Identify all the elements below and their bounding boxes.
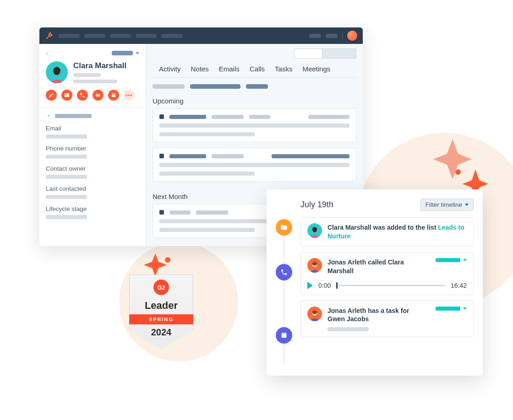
contact-name: Clara Marshall	[73, 61, 126, 70]
chevron-down-icon	[46, 113, 51, 118]
user-avatar[interactable]	[347, 31, 357, 41]
filter-pill[interactable]	[153, 84, 185, 89]
crm-topbar	[39, 27, 363, 44]
contact-avatar[interactable]	[46, 61, 68, 83]
section-upcoming: Upcoming	[146, 92, 363, 108]
field-value	[46, 195, 87, 199]
filter-pill[interactable]	[246, 84, 268, 89]
audio-end-time: 16:42	[451, 282, 467, 289]
chevron-down-icon[interactable]	[136, 52, 139, 54]
placeholder-line	[169, 154, 206, 158]
filter-pill[interactable]	[190, 84, 240, 89]
placeholder-line	[73, 73, 101, 77]
play-button[interactable]	[307, 282, 313, 289]
field-value	[46, 135, 87, 139]
tab-notes[interactable]: Notes	[191, 65, 209, 73]
calendar-icon	[276, 327, 292, 344]
placeholder-line	[159, 163, 349, 167]
avatar	[307, 307, 322, 321]
filter-timeline-button[interactable]: Filter timeline	[420, 199, 474, 211]
contact-sidebar: ‹ Clara Marshall	[39, 44, 146, 246]
chevron-down-icon	[465, 204, 469, 206]
g2-badge: G2 Leader SPRING 2024	[129, 275, 193, 350]
filter-timeline-label: Filter timeline	[426, 201, 462, 208]
task-tag[interactable]	[436, 307, 460, 311]
calendar-icon[interactable]	[108, 90, 119, 101]
call-tag[interactable]	[436, 258, 460, 262]
badge-year: 2024	[151, 327, 172, 338]
field-label-email: Email	[46, 125, 139, 132]
placeholder-line	[327, 327, 369, 331]
payment-icon[interactable]	[93, 90, 104, 101]
placeholder-line	[159, 132, 255, 136]
badge-title: Leader	[145, 300, 178, 312]
placeholder-line	[169, 115, 206, 119]
tab-activity[interactable]: Activity	[159, 65, 181, 73]
edit-icon[interactable]	[46, 90, 57, 101]
field-value	[46, 155, 87, 159]
timeline-item-task[interactable]: Jonas Arleth has a task for Gwen Jacobs	[300, 301, 474, 338]
email-icon[interactable]	[61, 90, 72, 101]
field-value	[46, 215, 87, 219]
view-toggle-a[interactable]	[294, 48, 322, 59]
phone-icon[interactable]	[77, 90, 88, 101]
placeholder-line	[308, 115, 349, 119]
nav-placeholder[interactable]	[84, 34, 105, 38]
svg-rect-9	[96, 95, 100, 96]
audio-start-time: 0:00	[318, 282, 331, 289]
card-icon	[159, 210, 164, 215]
placeholder-line	[212, 154, 244, 158]
badge-season: SPRING	[125, 314, 198, 324]
field-label-last-contacted: Last contacted	[46, 185, 139, 192]
nav-placeholder[interactable]	[59, 34, 80, 38]
back-chevron-icon[interactable]: ‹	[46, 49, 48, 57]
nav-placeholder[interactable]	[161, 34, 182, 38]
activity-card[interactable]	[153, 148, 356, 182]
tab-emails[interactable]: Emails	[219, 65, 240, 73]
chevron-down-icon[interactable]	[463, 259, 467, 261]
folder-icon	[276, 219, 292, 236]
timeline-panel: July 19th Filter timeline Clara Marshall…	[267, 189, 483, 376]
placeholder-line	[249, 115, 270, 119]
nav-placeholder[interactable]	[309, 34, 321, 38]
record-tabs: Activity Notes Emails Calls Tasks Meetin…	[153, 59, 356, 78]
nav-placeholder[interactable]	[136, 34, 157, 38]
more-icon[interactable]: •••	[124, 90, 135, 101]
audio-track[interactable]	[336, 283, 445, 288]
nav-placeholder[interactable]	[326, 34, 338, 38]
chevron-down-icon[interactable]	[463, 307, 467, 310]
tab-meetings[interactable]: Meetings	[302, 65, 330, 73]
svg-rect-12	[113, 93, 113, 94]
field-value	[46, 175, 87, 179]
svg-rect-14	[282, 333, 287, 338]
svg-point-1	[49, 34, 51, 36]
placeholder-line	[169, 210, 191, 215]
card-icon	[159, 114, 164, 119]
placeholder-line	[159, 172, 255, 176]
timeline-item-call[interactable]: Jonas Arleth called Clara Marshall 0:00 …	[300, 252, 474, 295]
svg-rect-11	[112, 94, 115, 95]
nav-placeholder[interactable]	[110, 34, 131, 38]
view-toggle-b[interactable]	[322, 48, 356, 59]
svg-rect-13	[115, 93, 115, 94]
svg-point-5	[49, 32, 50, 32]
avatar	[307, 223, 322, 238]
field-label-lifecycle: Lifecycle stage	[46, 205, 139, 212]
placeholder-line	[55, 114, 92, 118]
expand-section[interactable]	[46, 113, 139, 118]
placeholder-line	[73, 80, 117, 83]
g2-logo-icon: G2	[153, 280, 169, 295]
timeline-text: Jonas Arleth called Clara Marshall	[327, 258, 410, 275]
tab-tasks[interactable]: Tasks	[275, 65, 292, 73]
audio-handle[interactable]	[336, 282, 338, 289]
card-icon	[159, 154, 164, 158]
placeholder-line	[196, 210, 228, 215]
timeline-date: July 19th	[300, 200, 333, 210]
header-action[interactable]	[112, 51, 133, 55]
field-label-owner: Contact owner	[46, 165, 139, 172]
tab-calls[interactable]: Calls	[250, 65, 265, 73]
timeline-item-list[interactable]: Clara Marshall was added to the list Lea…	[300, 217, 474, 247]
svg-line-3	[48, 36, 49, 38]
activity-card[interactable]	[153, 108, 356, 142]
filter-row	[146, 78, 363, 92]
